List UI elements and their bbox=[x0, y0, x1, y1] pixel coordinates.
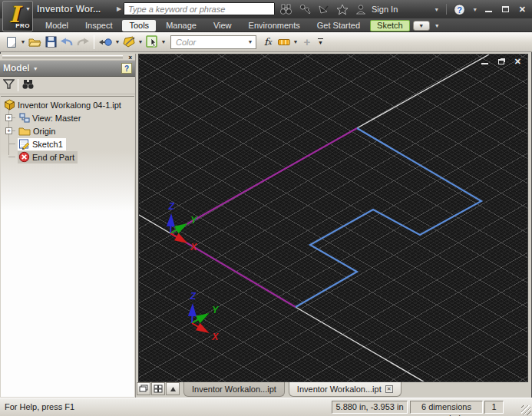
browser-title: Model bbox=[3, 63, 30, 74]
maximize-button[interactable] bbox=[502, 6, 509, 12]
update-button[interactable] bbox=[121, 34, 137, 51]
tab-manage[interactable]: Manage bbox=[159, 20, 203, 31]
select-dropdown-icon[interactable]: ▼ bbox=[160, 39, 167, 45]
new-document-dropdown-icon[interactable]: ▼ bbox=[20, 39, 26, 45]
tab-model[interactable]: Model bbox=[38, 20, 75, 31]
sketch-line[interactable] bbox=[296, 307, 426, 381]
search-binoculars-icon[interactable] bbox=[279, 4, 292, 15]
sign-in-person-icon[interactable] bbox=[355, 4, 366, 15]
measure-button[interactable] bbox=[276, 34, 292, 51]
search-input[interactable] bbox=[124, 3, 274, 15]
favorites-star-icon[interactable] bbox=[336, 4, 349, 15]
tab-inspect[interactable]: Inspect bbox=[78, 20, 119, 31]
close-button[interactable]: ✕ bbox=[519, 5, 526, 13]
browser-help-icon[interactable]: ? bbox=[121, 63, 132, 74]
filter-button[interactable] bbox=[3, 79, 15, 91]
tab-scroll-up-button[interactable] bbox=[166, 382, 180, 395]
tab-environments[interactable]: Environments bbox=[242, 20, 307, 31]
document-tab-bar: Inventor Workalon...ipt Inventor Workalo… bbox=[137, 382, 532, 398]
toolbar-overflow-icon[interactable]: ▼ bbox=[318, 38, 323, 45]
open-button[interactable] bbox=[27, 34, 42, 51]
inventor-logo[interactable]: I ▼ PRO bbox=[2, 1, 33, 31]
measure-dropdown-icon[interactable]: ▼ bbox=[292, 39, 299, 45]
save-button[interactable] bbox=[43, 34, 58, 51]
tab-close-icon[interactable]: ✕ bbox=[385, 385, 393, 393]
key-icon[interactable] bbox=[299, 4, 311, 15]
tree-row-part[interactable]: Inventor Workalong 04-1.ipt bbox=[1, 98, 134, 111]
status-bar: For Help, press F1 5.880 in, -3.953 in 6… bbox=[0, 398, 532, 416]
status-dimensions-needed: 6 dimensions needed bbox=[410, 401, 483, 414]
update-dropdown-icon[interactable]: ▼ bbox=[137, 39, 144, 45]
tab-tools[interactable]: Tools bbox=[122, 20, 156, 31]
ribbon-collapse-button[interactable]: ▼ bbox=[413, 21, 430, 31]
sign-in-button[interactable]: Sign In bbox=[372, 5, 398, 14]
sketch-svg: ZYXZYX bbox=[139, 54, 527, 381]
expander-plus-icon[interactable]: + bbox=[5, 127, 12, 134]
status-help-text: For Help, press F1 bbox=[5, 398, 74, 416]
document-restore-button[interactable] bbox=[498, 59, 504, 64]
redo-arrow-icon bbox=[76, 36, 90, 48]
tile-windows-button[interactable] bbox=[151, 382, 165, 395]
browser-header: Model ▼ ? bbox=[0, 61, 135, 77]
browser-grip[interactable]: x bbox=[0, 54, 135, 61]
window-resize-grip[interactable] bbox=[521, 405, 531, 415]
sketch-line[interactable] bbox=[139, 215, 170, 233]
find-button[interactable] bbox=[21, 79, 35, 91]
color-dropdown-caret-icon[interactable]: ▼ bbox=[245, 39, 256, 45]
return-dropdown-icon[interactable]: ▼ bbox=[114, 39, 121, 45]
tree-label-sketch1: Sketch1 bbox=[32, 140, 63, 149]
sketch-line[interactable] bbox=[357, 54, 489, 128]
tab-sketch[interactable]: Sketch bbox=[370, 20, 410, 31]
tree-label-part: Inventor Workalong 04-1.ipt bbox=[18, 101, 121, 110]
redo-button[interactable] bbox=[75, 34, 91, 51]
document-minimize-button[interactable] bbox=[481, 63, 488, 64]
tree-row-view-master[interactable]: + View: Master bbox=[1, 111, 134, 124]
document-tab-2[interactable]: Inventor Workalon...ipt ✕ bbox=[289, 382, 401, 397]
sketch-icon bbox=[18, 138, 30, 150]
minimize-button[interactable] bbox=[485, 11, 492, 12]
color-dropdown[interactable]: Color ▼ bbox=[170, 35, 256, 49]
tree-row-end-of-part[interactable]: End of Part bbox=[1, 150, 134, 163]
graphics-viewport[interactable]: ZYXZYX ✕ bbox=[138, 54, 528, 382]
sketch-profile[interactable] bbox=[296, 128, 481, 307]
sketch-line[interactable] bbox=[170, 233, 296, 307]
application-menu-dropdown-icon[interactable]: ▼ bbox=[25, 6, 31, 12]
title-expand-arrow-icon[interactable]: ▶ bbox=[117, 0, 121, 18]
triad-axis-label: X bbox=[211, 332, 219, 342]
tab-view[interactable]: View bbox=[207, 20, 239, 31]
new-document-icon bbox=[7, 37, 16, 48]
help-dropdown-icon[interactable]: ▼ bbox=[472, 7, 477, 12]
toolbar-separator bbox=[94, 35, 94, 49]
tree-label-origin: Origin bbox=[33, 127, 55, 136]
tab-get-started[interactable]: Get Started bbox=[310, 20, 367, 31]
triad-axis-label: Y bbox=[190, 215, 197, 226]
expander-plus-icon[interactable]: + bbox=[5, 114, 12, 121]
search-box bbox=[124, 2, 275, 15]
titlebar-separator bbox=[446, 4, 447, 15]
select-button[interactable] bbox=[144, 34, 160, 51]
triad-z-arrow-icon bbox=[188, 303, 197, 316]
triad-axis-label: Z bbox=[168, 201, 175, 212]
document-close-button[interactable]: ✕ bbox=[514, 58, 521, 65]
save-floppy-icon bbox=[45, 36, 57, 48]
undo-button[interactable] bbox=[59, 34, 74, 51]
new-document-button[interactable] bbox=[4, 34, 19, 51]
triad-axis-label: Z bbox=[190, 291, 197, 302]
model-tree: Inventor Workalong 04-1.ipt + View: Mast… bbox=[1, 96, 134, 397]
ribbon-options-dropdown-icon[interactable]: ▼ bbox=[435, 23, 440, 28]
parameters-fx-button[interactable]: fx bbox=[260, 34, 276, 51]
browser-toolbar-separator bbox=[18, 79, 18, 91]
sketch-line[interactable] bbox=[170, 128, 357, 233]
browser-title-dropdown-icon[interactable]: ▼ bbox=[33, 66, 121, 71]
browser-close-icon[interactable]: x bbox=[129, 54, 132, 61]
help-button[interactable]: ? bbox=[454, 4, 465, 15]
measure-icon bbox=[278, 39, 290, 45]
satellite-icon[interactable] bbox=[318, 4, 329, 15]
tree-row-origin[interactable]: + Origin bbox=[1, 124, 134, 137]
cascade-windows-button[interactable] bbox=[137, 382, 150, 395]
tree-row-sketch1[interactable]: Sketch1 bbox=[1, 137, 134, 150]
sign-in-dropdown-icon[interactable]: ▼ bbox=[434, 7, 439, 12]
return-button[interactable] bbox=[97, 34, 114, 51]
document-tab-1[interactable]: Inventor Workalon...ipt bbox=[183, 382, 285, 397]
triad-axis-label: Y bbox=[212, 305, 219, 315]
